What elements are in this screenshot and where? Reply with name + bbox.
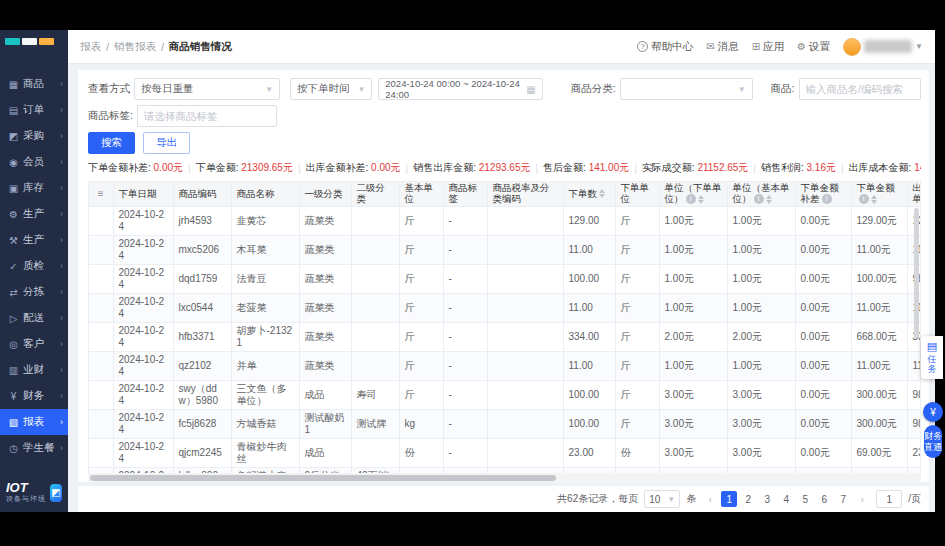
page-button-4[interactable]: 4 [778,491,794,507]
sidebar-item-purchase[interactable]: ◩采购› [0,123,68,149]
sidebar-item-business-finance[interactable]: ▥业财› [0,357,68,383]
info-icon[interactable]: i [822,194,832,204]
production2-icon: ⚒ [7,235,20,246]
app-window: ▦商品›▤订单›◩采购›◉会员›▣库存›⚙生产›⚒生产›✓质检›⇄分拣›▷配送›… [0,30,935,512]
cell: 斤 [399,351,443,380]
sidebar-footer: IOT 设备与环境 ◩ [0,477,68,512]
messages-label: 消息 [718,40,739,54]
settings-button[interactable]: ⚙ 设置 [797,40,830,54]
page-button-6[interactable]: 6 [816,491,832,507]
page-button-5[interactable]: 5 [797,491,813,507]
apps-button[interactable]: ⊞ 应用 [752,40,784,54]
cell: - [443,322,487,351]
export-button[interactable]: 导出 [143,132,190,154]
column-header[interactable]: 下单金额i [851,182,907,206]
sidebar-item-customers[interactable]: ◎客户› [0,331,68,357]
sidebar-item-reports[interactable]: ▧报表› [0,409,68,435]
sidebar-item-quality[interactable]: ✓质检› [0,253,68,279]
page-button-2[interactable]: 2 [740,491,756,507]
cell [487,409,563,438]
breadcrumb-reports[interactable]: 报表 [80,40,101,54]
category-select[interactable]: ▼ [620,78,753,100]
date-range-input[interactable]: 2024-10-24 00:00 ~ 2024-10-24 24:00 ▦ [378,78,542,100]
task-float-button[interactable]: ▤ 任务 [921,336,943,379]
prev-page-button[interactable]: ‹ [702,491,718,507]
cell: 青椒炒牛肉丝 [231,438,299,467]
sidebar-item-finance[interactable]: ¥财务› [0,383,68,409]
sidebar-item-goods[interactable]: ▦商品› [0,71,68,97]
cell: - [443,351,487,380]
message-icon: ✉ [706,41,714,52]
device-environment-icon[interactable]: ◩ [50,484,62,502]
user-menu[interactable]: ▼ [843,38,923,56]
chevron-right-icon: › [60,417,63,427]
sort-icon[interactable] [599,189,605,198]
column-header: 商品税率及分类编码 [487,182,563,206]
page-jump-input[interactable] [876,490,902,508]
sidebar-item-delivery[interactable]: ▷配送› [0,305,68,331]
finance-float-button[interactable]: ¥ 财务直通 [923,402,943,458]
cell [487,380,563,409]
page-button-3[interactable]: 3 [759,491,775,507]
sidebar-item-sorting[interactable]: ⇄分拣› [0,279,68,305]
breadcrumb-sales-reports[interactable]: 销售报表 [114,40,156,54]
help-center-button[interactable]: ? 帮助中心 [637,40,693,54]
cell: 100.00 [563,409,615,438]
stat-item: 销售利润: 3.16元 [761,161,836,175]
tag-input[interactable] [144,110,270,122]
vertical-scrollbar-thumb[interactable] [914,208,919,338]
iot-subtitle: 设备与环境 [6,494,46,504]
time-type-select[interactable]: 按下单时间 ▼ [290,78,372,100]
page-button-1[interactable]: 1 [721,491,737,507]
table-row: 2024-10-24jrh4593韭黄芯蔬菜类斤-129.00斤1.00元1.0… [89,206,921,235]
sidebar-item-production2[interactable]: ⚒生产› [0,227,68,253]
content-area: 查看方式 按每日重量 ▼ 按下单时间 ▼ 2024-10-24 00:00 ~ … [68,64,935,512]
cell: 1.00元 [659,235,727,264]
info-icon[interactable]: i [686,194,696,204]
cell: 0.00元 [795,264,851,293]
pagination-bar: 共62条记录，每页 10 ▼ 条 ‹1234567› /页 [78,486,929,512]
stat-separator: | [298,163,301,174]
sort-icon[interactable] [698,195,704,204]
cell: 方城香菇 [231,409,299,438]
page-size-select[interactable]: 10 ▼ [644,490,680,508]
sidebar-item-student-meal[interactable]: ◷学生餐› [0,435,68,461]
cell [351,293,399,322]
table-row: 2024-10-24hfb3371胡萝卜-21321蔬菜类斤-334.00斤2.… [89,322,921,351]
cell: 老菠菜 [231,293,299,322]
sort-icon[interactable] [766,195,772,204]
view-mode-select[interactable]: 按每日重量 ▼ [134,78,280,100]
cell: 斤 [615,351,659,380]
finance-icon: ¥ [7,391,20,402]
column-header[interactable]: 单位（下单单位）i [659,182,727,206]
horizontal-scrollbar-thumb[interactable] [90,475,556,481]
horizontal-scrollbar[interactable] [88,473,921,482]
info-icon[interactable]: i [754,194,764,204]
cell: 2.00元 [659,322,727,351]
cell: 三文鱼（多单位） [231,380,299,409]
cell: fc5j8628 [173,409,231,438]
cell: 3.00元 [659,409,727,438]
page-button-7[interactable]: 7 [835,491,851,507]
table-settings-header[interactable]: ≡ [89,182,113,206]
next-page-button[interactable]: › [854,491,870,507]
sidebar-item-inventory[interactable]: ▣库存› [0,175,68,201]
column-header: 商品编码 [173,182,231,206]
column-header[interactable]: 下单数 [563,182,615,206]
search-button[interactable]: 搜索 [88,132,135,154]
info-icon[interactable]: i [859,194,869,204]
sidebar-item-production[interactable]: ⚙生产› [0,201,68,227]
help-label: 帮助中心 [651,40,693,54]
sidebar-item-orders[interactable]: ▤订单› [0,97,68,123]
iot-brand: IOT 设备与环境 [6,481,46,504]
sidebar-item-members[interactable]: ◉会员› [0,149,68,175]
sort-icon[interactable] [871,195,877,204]
stat-label: 售后金额: [543,162,589,173]
messages-button[interactable]: ✉ 消息 [706,40,738,54]
cell: 2024-10-24 [113,206,173,235]
product-search-input[interactable] [806,83,914,95]
column-header[interactable]: 单位（基本单位）i [727,182,795,206]
row-leading-cell [89,293,113,322]
cell [351,322,399,351]
chevron-down-icon: ▼ [351,85,365,94]
